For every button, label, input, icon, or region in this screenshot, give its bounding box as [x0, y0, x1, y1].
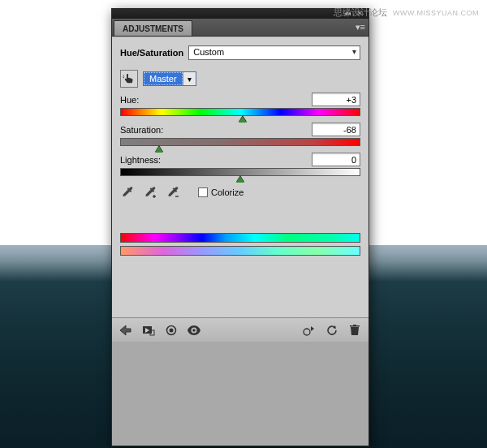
eyedropper-button[interactable] [120, 184, 136, 200]
chevron-down-icon: ▾ [183, 72, 196, 85]
saturation-thumb[interactable] [155, 146, 163, 153]
view-circle-button[interactable] [164, 323, 179, 338]
reset-icon [326, 325, 338, 336]
color-range-strip-bottom[interactable] [120, 246, 360, 256]
color-range-strip-top[interactable] [120, 233, 360, 243]
adjustment-title: Hue/Saturation [120, 48, 183, 58]
back-button[interactable] [119, 323, 133, 338]
colorize-label: Colorize [211, 187, 244, 197]
clip-to-layer-icon [303, 325, 316, 336]
hue-thumb[interactable] [239, 116, 247, 123]
hue-value-input[interactable] [312, 93, 360, 106]
snapshot-button[interactable] [141, 323, 156, 338]
lightness-slider: Lightness: [120, 153, 360, 176]
saturation-track[interactable] [120, 138, 360, 146]
preset-select[interactable]: Custom [188, 45, 360, 60]
visibility-button[interactable] [187, 323, 201, 338]
adjustments-panel: ◂◂ ✕ ADJUSTMENTS ▾≡ Hue/Saturation Custo… [111, 8, 369, 446]
eyedropper-row: Colorize [120, 184, 360, 200]
hue-label: Hue: [120, 95, 139, 105]
eyedropper-icon [122, 186, 135, 199]
lightness-label: Lightness: [120, 155, 161, 165]
snapshot-icon [142, 325, 155, 336]
colorize-checkbox[interactable] [198, 187, 208, 197]
clip-button[interactable] [302, 323, 317, 338]
tab-adjustments[interactable]: ADJUSTMENTS [114, 20, 192, 36]
lightness-track[interactable] [120, 168, 360, 176]
watermark-text: 思缘设计论坛 [334, 7, 387, 17]
svg-point-5 [304, 329, 310, 335]
back-arrow-icon [119, 325, 132, 336]
watermark-url: WWW.MISSYUAN.COM [393, 9, 479, 17]
panel-footer [112, 317, 368, 342]
hue-track[interactable] [120, 108, 360, 116]
eye-icon [187, 325, 200, 335]
panel-menu-icon[interactable]: ▾≡ [356, 22, 365, 32]
panel-tabs: ADJUSTMENTS ▾≡ [112, 19, 368, 37]
targeted-adjust-button[interactable] [120, 70, 138, 88]
svg-point-4 [192, 329, 196, 332]
svg-point-3 [170, 328, 174, 332]
preset-value: Custom [193, 47, 224, 57]
trash-button[interactable] [347, 323, 362, 338]
eyedropper-plus-button[interactable] [143, 184, 159, 200]
eyedropper-minus-icon [167, 186, 180, 199]
trash-icon [350, 325, 360, 336]
edit-mode-select[interactable]: Master ▾ [143, 71, 196, 86]
lightness-value-input[interactable] [312, 153, 360, 166]
hue-slider: Hue: [120, 93, 360, 116]
colorize-row[interactable]: Colorize [198, 187, 244, 197]
lightness-thumb[interactable] [236, 176, 244, 183]
saturation-label: Saturation: [120, 125, 163, 135]
hand-pointer-icon [123, 72, 136, 85]
panel-topbar[interactable]: ◂◂ ✕ [112, 9, 368, 19]
eyedropper-plus-icon [144, 186, 157, 199]
panel-content: Hue/Saturation Custom Master ▾ Hue: [112, 37, 368, 317]
watermark: 思缘设计论坛 WWW.MISSYUAN.COM [334, 6, 479, 19]
circle-icon [166, 325, 177, 336]
saturation-slider: Saturation: [120, 123, 360, 146]
edit-mode-value: Master [144, 72, 183, 85]
saturation-value-input[interactable] [312, 123, 360, 136]
reset-button[interactable] [325, 323, 339, 338]
eyedropper-minus-button[interactable] [166, 184, 182, 200]
